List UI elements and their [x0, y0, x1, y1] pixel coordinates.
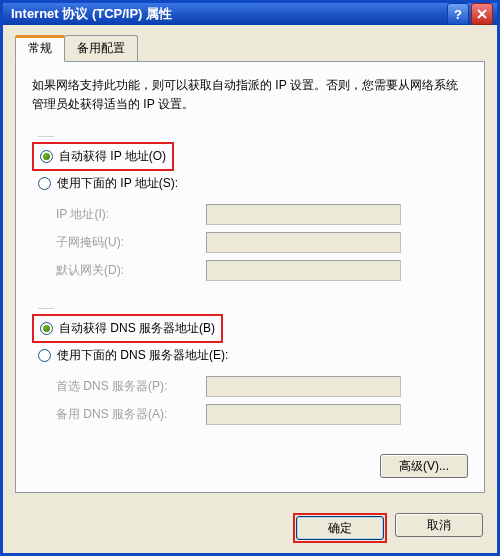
help-button[interactable]: ? — [447, 3, 469, 25]
tab-general[interactable]: 常规 — [15, 35, 65, 62]
field-dns-alternate: 备用 DNS 服务器(A): — [56, 400, 468, 428]
gateway-input — [206, 260, 401, 281]
ip-address-input — [206, 204, 401, 225]
cancel-button[interactable]: 取消 — [395, 513, 483, 537]
close-icon — [477, 9, 487, 19]
titlebar-buttons: ? — [447, 3, 493, 25]
advanced-button[interactable]: 高级(V)... — [380, 454, 468, 478]
radio-ip-auto[interactable]: 自动获得 IP 地址(O) — [34, 144, 172, 169]
radio-icon — [40, 150, 53, 163]
field-label: 备用 DNS 服务器(A): — [56, 406, 206, 423]
advanced-row: 高级(V)... — [32, 448, 468, 478]
dns-group: 自动获得 DNS 服务器地址(B) 使用下面的 DNS 服务器地址(E): 首选… — [32, 304, 468, 440]
ip-fields: IP 地址(I): 子网掩码(U): 默认网关(D): — [56, 200, 468, 284]
radio-dns-manual[interactable]: 使用下面的 DNS 服务器地址(E): — [32, 343, 468, 368]
dns-fields: 首选 DNS 服务器(P): 备用 DNS 服务器(A): — [56, 372, 468, 428]
divider-icon — [38, 308, 54, 310]
subnet-mask-input — [206, 232, 401, 253]
dns-alternate-input — [206, 404, 401, 425]
radio-icon — [38, 177, 51, 190]
field-label: 默认网关(D): — [56, 262, 206, 279]
divider-icon — [38, 136, 54, 138]
radio-label: 使用下面的 IP 地址(S): — [57, 175, 178, 192]
window-title: Internet 协议 (TCP/IP) 属性 — [11, 5, 447, 23]
dialog-body: 常规 备用配置 如果网络支持此功能，则可以获取自动指派的 IP 设置。否则，您需… — [3, 25, 497, 503]
field-gateway: 默认网关(D): — [56, 256, 468, 284]
ok-button[interactable]: 确定 — [296, 516, 384, 540]
radio-dns-auto[interactable]: 自动获得 DNS 服务器地址(B) — [34, 316, 221, 341]
radio-icon — [38, 349, 51, 362]
close-button[interactable] — [471, 3, 493, 25]
field-subnet-mask: 子网掩码(U): — [56, 228, 468, 256]
radio-label: 使用下面的 DNS 服务器地址(E): — [57, 347, 228, 364]
dialog-footer: 确定 取消 — [3, 503, 497, 556]
highlight-ok: 确定 — [293, 513, 387, 543]
radio-ip-manual[interactable]: 使用下面的 IP 地址(S): — [32, 171, 468, 196]
highlight-dns-auto: 自动获得 DNS 服务器地址(B) — [32, 314, 223, 343]
titlebar: Internet 协议 (TCP/IP) 属性 ? — [3, 3, 497, 25]
radio-label: 自动获得 IP 地址(O) — [59, 148, 166, 165]
tab-panel-general: 如果网络支持此功能，则可以获取自动指派的 IP 设置。否则，您需要从网络系统管理… — [15, 61, 485, 493]
dns-preferred-input — [206, 376, 401, 397]
tab-strip: 常规 备用配置 — [15, 35, 485, 61]
field-label: 首选 DNS 服务器(P): — [56, 378, 206, 395]
field-ip-address: IP 地址(I): — [56, 200, 468, 228]
ip-group: 自动获得 IP 地址(O) 使用下面的 IP 地址(S): IP 地址(I): … — [32, 132, 468, 296]
field-dns-preferred: 首选 DNS 服务器(P): — [56, 372, 468, 400]
field-label: IP 地址(I): — [56, 206, 206, 223]
description-text: 如果网络支持此功能，则可以获取自动指派的 IP 设置。否则，您需要从网络系统管理… — [32, 76, 468, 114]
radio-icon — [40, 322, 53, 335]
dialog-window: Internet 协议 (TCP/IP) 属性 ? 常规 备用配置 如果网络支持… — [0, 0, 500, 556]
field-label: 子网掩码(U): — [56, 234, 206, 251]
tab-alternate[interactable]: 备用配置 — [64, 35, 138, 61]
radio-label: 自动获得 DNS 服务器地址(B) — [59, 320, 215, 337]
highlight-ip-auto: 自动获得 IP 地址(O) — [32, 142, 174, 171]
